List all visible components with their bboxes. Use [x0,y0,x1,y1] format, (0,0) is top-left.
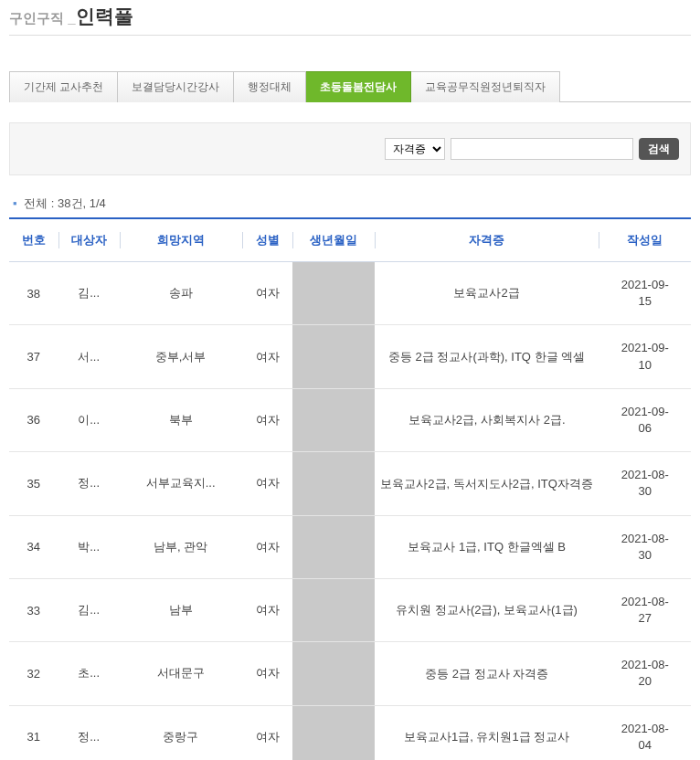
bullet-icon: ▪ [13,196,17,210]
td-cert: 유치원 정교사(2급), 보육교사(1급) [375,578,599,641]
td-date: 2021-09-06 [599,388,691,451]
td-area: 송파 [120,262,242,325]
th-birth: 생년월일 [292,218,374,262]
tab-4[interactable]: 교육공무직원정년퇴직자 [411,71,560,102]
td-birth [292,388,374,451]
td-cert: 보육교사2급, 독서지도사2급, ITQ자격증 [375,452,599,515]
td-area: 중랑구 [120,705,242,760]
td-sex: 여자 [242,515,293,578]
table-row[interactable]: 32초...서대문구여자중등 2급 정교사 자격증2021-08-20 [9,642,691,705]
summary-text: 전체 : 38건, 1/4 [24,196,106,210]
td-area: 서대문구 [120,642,242,705]
table-row[interactable]: 31정...중랑구여자보육교사1급, 유치원1급 정교사2021-08-04 [9,705,691,760]
td-date: 2021-08-30 [599,452,691,515]
filter-input[interactable] [451,138,633,160]
table-header-row: 번호 대상자 희망지역 성별 생년월일 자격증 작성일 [9,218,691,262]
td-no: 34 [9,515,58,578]
td-name: 박... [58,515,120,578]
page-title-main: 인력풀 [76,5,133,26]
table-row[interactable]: 34박...남부, 관악여자보육교사 1급, ITQ 한글엑셀 B2021-08… [9,515,691,578]
filter-select[interactable]: 자격증 [385,138,445,160]
td-sex: 여자 [242,452,293,515]
td-sex: 여자 [242,578,293,641]
td-name: 김... [58,262,120,325]
td-birth [292,642,374,705]
th-cert: 자격증 [375,218,599,262]
td-area: 서부교육지... [120,452,242,515]
page-title: 구인구직 _인력풀 [9,0,691,43]
table-row[interactable]: 36이...북부여자보육교사2급, 사회복지사 2급.2021-09-06 [9,388,691,451]
td-cert: 보육교사2급, 사회복지사 2급. [375,388,599,451]
td-date: 2021-08-30 [599,515,691,578]
tab-0[interactable]: 기간제 교사추천 [9,71,118,102]
td-sex: 여자 [242,642,293,705]
title-divider [9,35,691,36]
tab-3[interactable]: 초등돌봄전담사 [306,71,411,102]
td-cert: 중등 2급 정교사(과학), ITQ 한글 엑셀 [375,325,599,388]
td-area: 남부, 관악 [120,515,242,578]
td-name: 이... [58,388,120,451]
td-sex: 여자 [242,388,293,451]
th-sex: 성별 [242,218,293,262]
td-no: 33 [9,578,58,641]
td-birth [292,452,374,515]
filter-bar: 자격증 검색 [9,122,691,175]
tabs: 기간제 교사추천보결담당시간강사행정대체초등돌봄전담사교육공무직원정년퇴직자 [9,70,691,102]
td-no: 38 [9,262,58,325]
td-sex: 여자 [242,262,293,325]
td-name: 정... [58,705,120,760]
tab-1[interactable]: 보결담당시간강사 [118,71,234,102]
td-cert: 보육교사 1급, ITQ 한글엑셀 B [375,515,599,578]
td-no: 31 [9,705,58,760]
list-summary: ▪ 전체 : 38건, 1/4 [13,195,691,212]
td-birth [292,262,374,325]
th-name: 대상자 [58,218,120,262]
page-title-prefix: 구인구직 _ [9,10,76,26]
td-area: 북부 [120,388,242,451]
td-no: 35 [9,452,58,515]
td-cert: 보육교사1급, 유치원1급 정교사 [375,705,599,760]
td-no: 32 [9,642,58,705]
td-date: 2021-08-27 [599,578,691,641]
td-date: 2021-09-15 [599,262,691,325]
td-area: 남부 [120,578,242,641]
td-birth [292,325,374,388]
td-cert: 중등 2급 정교사 자격증 [375,642,599,705]
th-no: 번호 [9,218,58,262]
td-area: 중부,서부 [120,325,242,388]
td-birth [292,515,374,578]
td-date: 2021-08-20 [599,642,691,705]
th-date: 작성일 [599,218,691,262]
td-name: 김... [58,578,120,641]
td-date: 2021-09-10 [599,325,691,388]
td-no: 37 [9,325,58,388]
table-row[interactable]: 38김...송파여자보육교사2급2021-09-15 [9,262,691,325]
td-cert: 보육교사2급 [375,262,599,325]
td-no: 36 [9,388,58,451]
td-name: 초... [58,642,120,705]
th-area: 희망지역 [120,218,242,262]
td-name: 서... [58,325,120,388]
td-birth [292,578,374,641]
table-row[interactable]: 35정...서부교육지...여자보육교사2급, 독서지도사2급, ITQ자격증2… [9,452,691,515]
td-sex: 여자 [242,325,293,388]
table-row[interactable]: 33김...남부여자유치원 정교사(2급), 보육교사(1급)2021-08-2… [9,578,691,641]
td-sex: 여자 [242,705,293,760]
td-birth [292,705,374,760]
search-button[interactable]: 검색 [639,138,679,160]
td-name: 정... [58,452,120,515]
table-row[interactable]: 37서...중부,서부여자중등 2급 정교사(과학), ITQ 한글 엑셀202… [9,325,691,388]
board-table: 번호 대상자 희망지역 성별 생년월일 자격증 작성일 38김...송파여자보육… [9,217,691,760]
tab-2[interactable]: 행정대체 [234,71,306,102]
td-date: 2021-08-04 [599,705,691,760]
